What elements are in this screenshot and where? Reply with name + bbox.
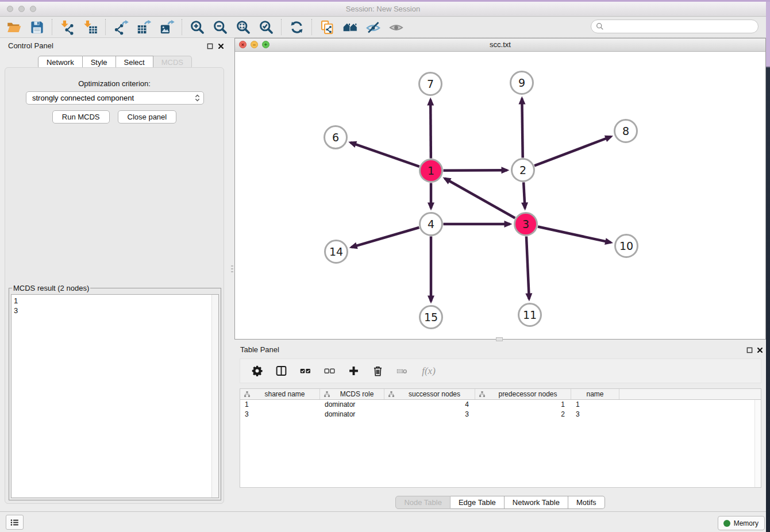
export-network-button[interactable] [109,18,132,36]
graph-edge-3-1[interactable] [445,179,515,218]
tab-edge-table[interactable]: Edge Table [451,496,505,509]
graph-node-10[interactable]: 10 [615,235,638,257]
search-box[interactable] [591,20,759,33]
plus-icon [348,365,360,377]
tab-motifs[interactable]: Motifs [568,496,605,509]
column-header-shared-name[interactable]: shared name [240,389,320,399]
save-icon [29,20,45,35]
select-all-button[interactable] [298,364,313,379]
cell-name[interactable]: 1 [571,400,619,410]
toolbar-separator [311,19,312,35]
horizontal-splitter[interactable] [496,337,503,341]
zoom-in-button[interactable] [186,18,209,36]
graph-node-3[interactable]: 3 [515,213,537,236]
graph-edge-1-6[interactable] [351,142,419,167]
network-graph[interactable]: 1234678910111415 [235,51,765,339]
table-settings-button[interactable] [249,364,264,379]
svg-text:6: 6 [332,131,339,144]
graph-edge-1-2[interactable] [443,170,507,171]
cell-shared-name[interactable]: 1 [240,400,320,410]
graph-node-15[interactable]: 15 [420,306,442,329]
apply-layout-button[interactable] [285,18,308,36]
cell-shared-name[interactable]: 3 [240,410,320,419]
cell-name[interactable]: 3 [571,410,619,419]
memory-button[interactable]: Memory [718,516,765,530]
zoom-out-button[interactable] [209,18,232,36]
duplicate-network-button[interactable] [315,18,338,36]
export-image-button[interactable] [155,18,178,36]
control-panel-float-button[interactable] [206,42,214,50]
import-table-button[interactable] [79,18,102,36]
graph-node-4[interactable]: 4 [420,213,442,236]
show-panels-button[interactable] [384,18,407,36]
graph-edge-3-11[interactable] [526,236,529,299]
table-scrollbar[interactable] [754,400,761,487]
vertical-splitter[interactable] [230,263,234,275]
network-canvas[interactable]: 1234678910111415 [235,51,765,339]
delete-selected-button[interactable] [370,364,385,379]
table-panel-float-button[interactable] [745,346,753,354]
cell-predecessor-nodes[interactable]: 1 [475,400,571,410]
column-header-predecessor-nodes[interactable]: predecessor nodes [475,389,571,399]
fit-content-button[interactable] [232,18,255,36]
mcds-result-list[interactable]: 13 [11,294,219,498]
graph-node-6[interactable]: 6 [325,126,347,149]
graph-node-14[interactable]: 14 [325,241,348,263]
column-header-mcds-role[interactable]: MCDS role [320,389,384,399]
save-session-button[interactable] [25,18,48,36]
memory-label: Memory [734,519,759,527]
column-header-successor-nodes[interactable]: successor nodes [384,389,475,399]
graph-node-2[interactable]: 2 [512,159,534,182]
graph-node-7[interactable]: 7 [419,73,442,95]
table-panel: Table Panel f(x) shared nameMCDS rolesuc… [234,342,766,511]
graph-node-9[interactable]: 9 [511,72,533,94]
zoom-selected-button[interactable] [255,18,278,36]
import-network-button[interactable] [56,18,79,36]
table-panel-close-button[interactable] [756,346,764,354]
graph-edge-3-10[interactable] [538,227,611,243]
zoom-selected-icon [259,20,274,35]
add-column-button[interactable] [346,364,361,379]
table-row[interactable]: 1dominator411 [240,400,761,410]
result-scrollbar[interactable] [211,295,218,498]
run-mcds-button[interactable]: Run MCDS [52,110,110,124]
cell-mcds-role[interactable]: dominator [320,410,384,419]
unselect-all-button[interactable] [322,364,337,379]
tab-network-table[interactable]: Network Table [505,496,568,509]
export-network-icon [113,20,129,35]
cell-mcds-role[interactable]: dominator [320,400,384,410]
tab-node-table[interactable]: Node Table [395,496,451,509]
open-session-button[interactable] [2,18,25,36]
column-header-name[interactable]: name [571,389,619,399]
graph-edge-2-3[interactable] [523,182,525,208]
graph-edge-2-9[interactable] [522,98,522,157]
optimization-criterion-select[interactable]: strongly connected component [26,91,204,105]
graph-node-8[interactable]: 8 [615,120,637,142]
cell-predecessor-nodes[interactable]: 2 [475,410,571,419]
cell-successor-nodes[interactable]: 3 [384,410,475,419]
network-view-titlebar[interactable]: ×−+ scc.txt [235,38,765,52]
control-panel-close-button[interactable] [217,42,225,50]
svg-text:15: 15 [424,311,438,323]
graph-edge-4-14[interactable] [351,228,419,247]
graph-edge-1-7[interactable] [430,99,431,158]
cell-successor-nodes[interactable]: 4 [384,400,475,410]
toggle-panes-button[interactable] [274,364,288,379]
search-input[interactable] [604,21,758,32]
node-table-header: shared nameMCDS rolesuccessor nodesprede… [240,389,761,400]
optimization-criterion-label: Optimization criterion: [5,79,224,88]
selected-criterion: strongly connected component [32,94,195,102]
hide-panels-button[interactable] [361,18,384,36]
mcds-buttons-row: Run MCDS Close panel [5,110,224,124]
table-row[interactable]: 3dominator323 [240,410,761,419]
open-session-home-button[interactable] [338,18,361,36]
export-table-button[interactable] [132,18,155,36]
close-panel-button[interactable]: Close panel [118,110,177,124]
export-table-icon [136,20,152,35]
task-history-button[interactable] [6,515,24,530]
zoom-out-icon [213,20,228,35]
graph-node-1[interactable]: 1 [420,160,442,182]
graph-edge-2-8[interactable] [534,137,611,166]
graph-node-11[interactable]: 11 [519,304,541,326]
close-icon [757,347,763,353]
